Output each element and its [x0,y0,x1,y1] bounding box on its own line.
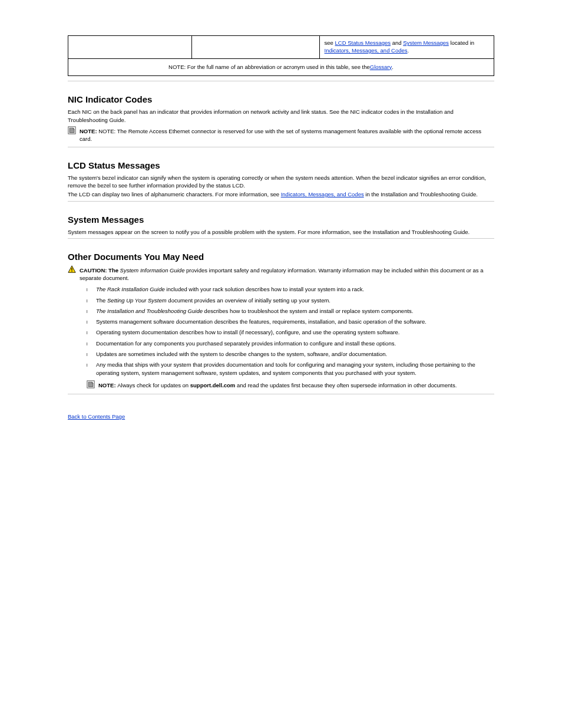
table-note-row: NOTE: For the full name of an abbreviati… [68,58,494,76]
list-item: Any media that ships with your system th… [96,361,494,378]
list-item: The Installation and Troubleshooting Gui… [96,307,494,315]
link-glossary[interactable]: Glossary [370,64,392,71]
divider [68,81,494,81]
heading-messages: System Messages [68,215,494,225]
heading-other: Other Documents You May Need [68,252,494,262]
svg-rect-1 [71,268,72,270]
list-item: Operating system documentation describes… [96,328,494,337]
link-indicators[interactable]: Indicators, Messages, and Codes [325,47,408,54]
caution-icon [68,265,76,274]
divider [68,238,494,239]
svg-rect-2 [71,271,72,271]
doc-list: The Rack Installation Guide included wit… [68,285,494,377]
caution-block: CAUTION: The System Information Guide pr… [68,265,494,284]
nic-note-text: NOTE: The Remote Access Ethernet connect… [80,128,481,142]
list-item: The Setting Up Your System document prov… [96,297,494,305]
nic-note: NOTE: NOTE: The Remote Access Ethernet c… [68,126,494,144]
note-icon [68,126,76,134]
divider [68,201,494,202]
other-note-text: Always check for updates on support.dell… [117,382,457,388]
divider [68,394,494,394]
link-system-messages[interactable]: System Messages [403,39,449,46]
list-item: Documentation for any components you pur… [96,340,494,348]
table-cell-col2 [191,36,319,59]
heading-nic: NIC Indicator Codes [68,94,494,104]
heading-lcd: LCD Status Messages [68,160,494,170]
lcd-body-1: The system's bezel indicator can signify… [68,174,494,190]
list-item: The Rack Installation Guide included wit… [96,285,494,294]
nic-body: Each NIC on the back panel has an indica… [68,108,494,124]
status-table: see LCD Status Messages and System Messa… [68,35,494,76]
list-item: Systems management software documentatio… [96,318,494,326]
messages-body: System messages appear on the screen to … [68,228,494,236]
link-indicators-2[interactable]: Indicators, Messages, and Codes [281,191,364,197]
other-note: NOTE: Always check for updates on suppor… [68,380,494,390]
note-icon [87,380,95,388]
link-lcd-status[interactable]: LCD Status Messages [335,39,391,46]
back-link[interactable]: Back to Contents Page [68,413,125,420]
list-item: Updates are sometimes included with the … [96,350,494,358]
divider [68,147,494,147]
table-cell-col1 [68,36,192,59]
lcd-body-2: The LCD can display two lines of alphanu… [68,190,494,198]
table-cell-col3: see LCD Status Messages and System Messa… [319,36,494,59]
